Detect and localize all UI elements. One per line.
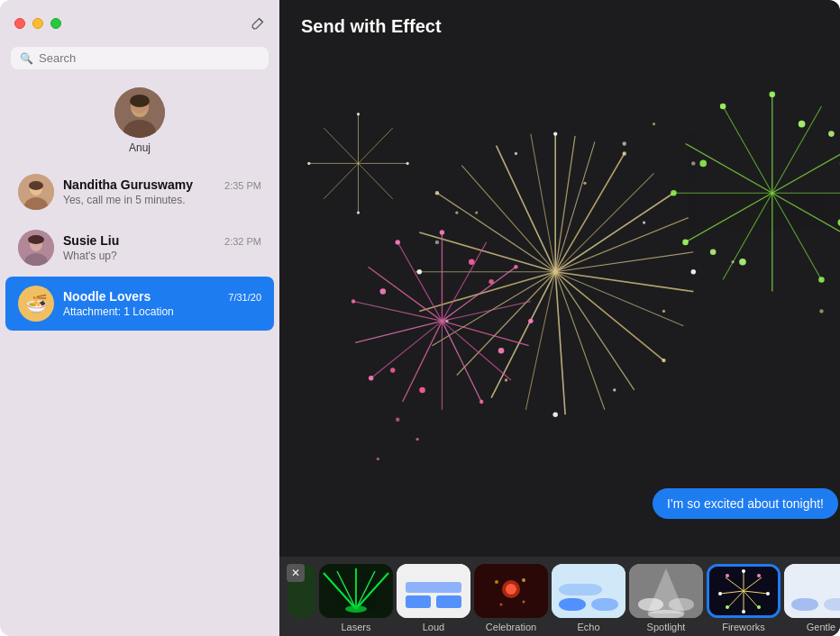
svg-point-150 [500, 604, 503, 606]
effect-item-spotlight[interactable]: Spotlight [629, 564, 703, 632]
conv-preview-noodle: Attachment: 1 Location [63, 305, 261, 318]
svg-point-78 [380, 288, 387, 295]
svg-point-118 [406, 162, 409, 165]
svg-point-149 [522, 578, 525, 582]
svg-point-126 [731, 260, 734, 263]
svg-point-99 [720, 104, 726, 110]
svg-point-50 [505, 378, 507, 381]
sidebar: 🔍 Anuj [0, 0, 279, 636]
effect-thumb-celebration [474, 564, 548, 618]
svg-point-40 [623, 151, 626, 155]
conv-time-noodle: 7/31/20 [228, 292, 261, 303]
svg-point-148 [495, 580, 498, 584]
effect-item-echo[interactable]: Echo [552, 564, 625, 632]
search-input[interactable] [39, 51, 260, 65]
svg-point-70 [528, 319, 533, 323]
svg-point-39 [553, 132, 557, 135]
svg-point-173 [718, 592, 722, 595]
pinned-avatar [114, 87, 165, 138]
svg-point-75 [469, 259, 475, 265]
svg-point-124 [475, 211, 478, 214]
effect-item-fireworks[interactable]: Fireworks [707, 564, 781, 632]
conversation-item-nanditha[interactable]: Nanditha Guruswamy 2:35 PM Yes, call me … [5, 165, 274, 219]
svg-point-52 [455, 211, 458, 214]
svg-point-175 [757, 574, 761, 577]
svg-point-140 [345, 605, 367, 613]
search-bar[interactable]: 🔍 [11, 47, 269, 69]
svg-point-102 [739, 259, 746, 266]
svg-point-130 [377, 458, 379, 460]
conv-body-susie: Susie Liu 2:32 PM What's up? [63, 233, 261, 262]
svg-point-123 [691, 161, 695, 165]
svg-point-177 [726, 605, 729, 609]
svg-point-103 [699, 160, 707, 168]
svg-point-117 [357, 113, 360, 115]
effect-label-spotlight: Spotlight [647, 622, 686, 632]
svg-point-170 [742, 569, 745, 573]
conv-name-susie: Susie Liu [63, 233, 119, 248]
compose-button[interactable] [251, 16, 265, 31]
svg-point-151 [523, 601, 525, 604]
effect-label-lasers: Lasers [341, 622, 370, 632]
conversation-item-noodle[interactable]: 🍜 Noodle Lovers 7/31/20 Attachment: 1 Lo… [5, 277, 274, 331]
svg-point-104 [828, 131, 835, 137]
svg-point-172 [742, 610, 745, 613]
svg-point-73 [352, 299, 355, 303]
avatar-noodle: 🍜 [18, 286, 54, 322]
close-window-button[interactable] [14, 18, 25, 29]
svg-point-47 [643, 221, 645, 223]
svg-point-8 [29, 181, 43, 190]
svg-point-98 [671, 190, 677, 196]
svg-point-96 [818, 277, 825, 283]
svg-point-176 [757, 605, 761, 609]
svg-point-4 [130, 95, 150, 107]
main-panel: Send with Effect [279, 0, 840, 636]
svg-rect-144 [406, 582, 461, 593]
conv-preview-susie: What's up? [63, 250, 261, 262]
svg-point-80 [390, 368, 395, 372]
effect-thumb-echo [552, 564, 625, 618]
svg-rect-155 [559, 584, 602, 595]
svg-point-48 [662, 310, 665, 313]
svg-point-71 [479, 400, 483, 404]
maximize-window-button[interactable] [50, 18, 61, 29]
effect-label-celebration: Celebration [486, 622, 536, 632]
effect-label-gentle: Gentle [807, 622, 835, 632]
svg-point-46 [583, 182, 586, 185]
conv-time-nanditha: 2:35 PM [224, 180, 261, 191]
svg-point-69 [514, 265, 517, 268]
effect-item-loud[interactable]: Loud [397, 564, 470, 632]
svg-point-171 [766, 592, 770, 595]
svg-rect-179 [791, 598, 818, 611]
svg-point-97 [682, 240, 689, 246]
conv-time-susie: 2:32 PM [224, 236, 261, 247]
svg-rect-160 [669, 598, 694, 611]
conv-body-noodle: Noodle Lovers 7/31/20 Attachment: 1 Loca… [63, 289, 261, 318]
svg-rect-153 [559, 598, 586, 611]
effect-label-loud: Loud [423, 622, 444, 632]
svg-point-77 [498, 348, 505, 354]
minimize-window-button[interactable] [32, 18, 43, 29]
close-effects-button[interactable]: ✕ [287, 564, 305, 582]
conv-body-nanditha: Nanditha Guruswamy 2:35 PM Yes, call me … [63, 177, 261, 206]
effect-item-gentle[interactable]: Gentle [784, 564, 840, 632]
svg-rect-13 [279, 65, 840, 538]
svg-point-49 [613, 388, 616, 391]
svg-point-68 [440, 230, 444, 234]
effect-item-lasers[interactable]: Lasers [319, 564, 393, 632]
svg-point-12 [28, 235, 44, 244]
svg-point-72 [369, 376, 373, 380]
effect-item-celebration[interactable]: Celebration [474, 564, 548, 632]
message-bubble: I'm so excited about tonight! [653, 488, 838, 519]
message-area: I'm so excited about tonight! ↑ [653, 488, 840, 519]
pinned-contact-name: Anuj [129, 141, 151, 154]
svg-point-127 [819, 309, 823, 313]
svg-point-122 [653, 123, 655, 125]
effects-scroll[interactable]: Lasers Loud [279, 564, 840, 632]
conv-name-noodle: Noodle Lovers [63, 289, 151, 304]
svg-point-100 [799, 121, 806, 128]
conv-name-nanditha: Nanditha Guruswamy [63, 177, 193, 192]
conversation-item-susie[interactable]: Susie Liu 2:32 PM What's up? [5, 221, 274, 275]
svg-point-125 [435, 241, 439, 244]
pinned-contact[interactable]: Anuj [0, 78, 279, 163]
